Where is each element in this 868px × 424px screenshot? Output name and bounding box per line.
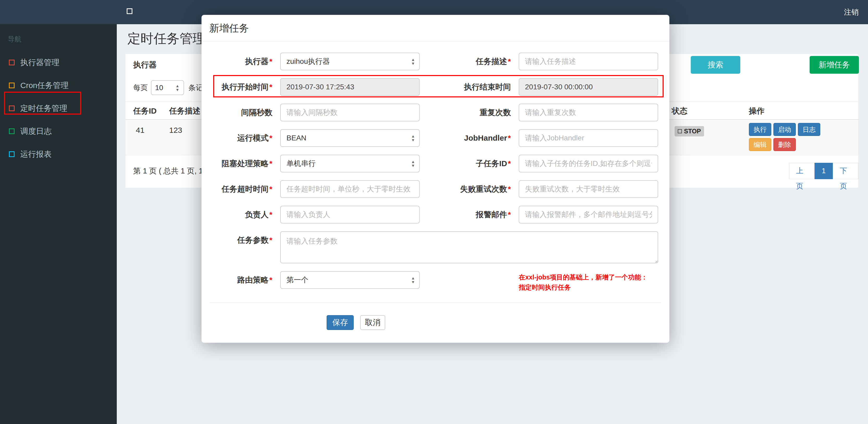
col-task-desc: 任务描述: [169, 102, 200, 120]
sidebar-item-executor-management[interactable]: 执行器管理: [0, 51, 117, 74]
select-arrows-icon: ▲▼: [411, 160, 415, 167]
next-page-button[interactable]: 下页: [833, 163, 858, 179]
status-badge: STOP: [675, 126, 704, 136]
modal-title: 新增任务: [209, 15, 670, 41]
job-handler-label: JobHandler: [428, 129, 511, 147]
square-icon: [9, 128, 14, 134]
add-task-modal: 新增任务 执行器 zuihou执行器 ▲▼ 任务描述 执行开始时间 执行结束时间…: [202, 15, 670, 343]
modal-header: 新增任务: [202, 15, 670, 41]
job-handler-input[interactable]: [519, 129, 658, 147]
executor-filter-label: 执行器: [133, 56, 157, 74]
job-desc-label: 任务描述: [428, 53, 511, 70]
alarm-email-input[interactable]: [519, 206, 658, 224]
select-arrows-icon: ▲▼: [176, 84, 179, 92]
per-page-value: 10: [155, 84, 163, 92]
block-strategy-label: 阻塞处理策略: [210, 155, 272, 172]
nav-header: 导航: [0, 24, 117, 44]
log-button[interactable]: 日志: [798, 123, 820, 136]
route-strategy-label: 路由策略: [210, 271, 272, 289]
logout-link[interactable]: 注销: [844, 0, 859, 24]
end-time-label: 执行结束时间: [428, 78, 511, 96]
alarm-email-label: 报警邮件: [428, 206, 511, 224]
status-label: STOP: [684, 128, 701, 135]
timeout-input[interactable]: [280, 180, 420, 198]
sidebar-item-scheduled-task-management[interactable]: 定时任务管理: [0, 97, 117, 120]
executor-label: 执行器: [210, 53, 272, 70]
block-strategy-select[interactable]: 单机串行 ▲▼: [280, 155, 420, 172]
sidebar-toggle-icon[interactable]: [127, 8, 132, 14]
route-strategy-select-value: 第一个: [286, 275, 308, 285]
pagination: 上页 1 下页: [789, 163, 858, 179]
run-mode-select[interactable]: BEAN ▲▼: [280, 129, 420, 147]
modal-footer: 保存 取消: [210, 303, 661, 330]
square-icon: [9, 60, 14, 65]
feature-note-line1: 在xxl-jobs项目的基础上，新增了一个功能：: [519, 272, 658, 282]
per-page-select[interactable]: 10 ▲▼: [151, 80, 184, 95]
child-job-id-label: 子任务ID: [428, 155, 511, 172]
sidebar-item-label: 定时任务管理: [20, 103, 67, 114]
pagination-info: 第 1 页 ( 总共 1 页, 1: [133, 166, 203, 176]
modal-body: 执行器 zuihou执行器 ▲▼ 任务描述 执行开始时间 执行结束时间 间隔秒数…: [202, 41, 670, 330]
repeat-count-input[interactable]: [519, 104, 658, 121]
fail-retry-label: 失败重试次数: [428, 180, 511, 198]
job-params-label: 任务参数: [210, 231, 272, 249]
job-desc-input[interactable]: [519, 53, 658, 70]
col-task-id: 任务ID: [133, 102, 157, 120]
executor-select[interactable]: zuihou执行器 ▲▼: [280, 53, 420, 70]
sidebar-item-label: Cron任务管理: [20, 80, 68, 91]
sidebar-item-run-report[interactable]: 运行报表: [0, 143, 117, 166]
child-job-id-input[interactable]: [519, 155, 658, 172]
execute-button[interactable]: 执行: [749, 123, 771, 136]
page-1-button[interactable]: 1: [814, 163, 833, 179]
repeat-count-label: 重复次数: [428, 104, 511, 121]
search-button[interactable]: 搜索: [691, 56, 740, 74]
owner-input[interactable]: [280, 206, 420, 224]
row-operations: 执行 启动 日志 编辑 删除: [749, 123, 843, 153]
col-ops: 操作: [749, 102, 765, 120]
square-icon: [9, 105, 14, 111]
feature-note-line2: 指定时间执行任务: [519, 282, 658, 292]
run-mode-select-value: BEAN: [286, 134, 306, 142]
block-strategy-select-value: 单机串行: [286, 159, 316, 168]
executor-select-value: zuihou执行器: [286, 57, 330, 66]
run-mode-label: 运行模式: [210, 129, 272, 147]
prev-page-button[interactable]: 上页: [789, 163, 814, 179]
start-time-label: 执行开始时间: [210, 78, 272, 96]
select-arrows-icon: ▲▼: [411, 134, 415, 142]
sidebar-item-cron-task-management[interactable]: Cron任务管理: [0, 74, 117, 97]
interval-seconds-input[interactable]: [280, 104, 420, 121]
per-page-label: 每页: [133, 80, 148, 95]
cancel-button[interactable]: 取消: [360, 315, 385, 330]
route-strategy-select[interactable]: 第一个 ▲▼: [280, 271, 420, 289]
stop-icon: [678, 129, 682, 133]
cell-task-id: 41: [136, 124, 145, 136]
save-button[interactable]: 保存: [327, 315, 354, 330]
owner-label: 负责人: [210, 206, 272, 224]
sidebar: 导航 执行器管理 Cron任务管理 定时任务管理 调度日志 运行报表: [0, 24, 117, 424]
add-task-button[interactable]: 新增任务: [810, 56, 859, 74]
page-title: 定时任务管理: [127, 30, 206, 47]
timeout-label: 任务超时时间: [210, 180, 272, 198]
select-arrows-icon: ▲▼: [411, 58, 415, 65]
feature-note: 在xxl-jobs项目的基础上，新增了一个功能： 指定时间执行任务: [519, 271, 658, 292]
nav-list: 执行器管理 Cron任务管理 定时任务管理 调度日志 运行报表: [0, 51, 117, 166]
select-arrows-icon: ▲▼: [411, 276, 415, 284]
square-icon: [9, 151, 14, 157]
fail-retry-input[interactable]: [519, 180, 658, 198]
cell-task-desc: 123: [169, 124, 182, 136]
start-button[interactable]: 启动: [773, 123, 796, 136]
sidebar-item-dispatch-log[interactable]: 调度日志: [0, 120, 117, 143]
interval-seconds-label: 间隔秒数: [210, 104, 272, 121]
delete-button[interactable]: 删除: [773, 138, 796, 151]
sidebar-item-label: 运行报表: [20, 149, 52, 160]
sidebar-item-label: 调度日志: [20, 126, 52, 137]
per-page-suffix: 条记: [188, 80, 203, 95]
sidebar-item-label: 执行器管理: [20, 57, 59, 68]
edit-button[interactable]: 编辑: [749, 138, 771, 151]
square-icon: [9, 83, 14, 88]
end-time-input[interactable]: [519, 78, 658, 96]
start-time-input[interactable]: [280, 78, 420, 96]
col-status: 状态: [672, 102, 687, 120]
job-params-textarea[interactable]: [280, 231, 658, 263]
